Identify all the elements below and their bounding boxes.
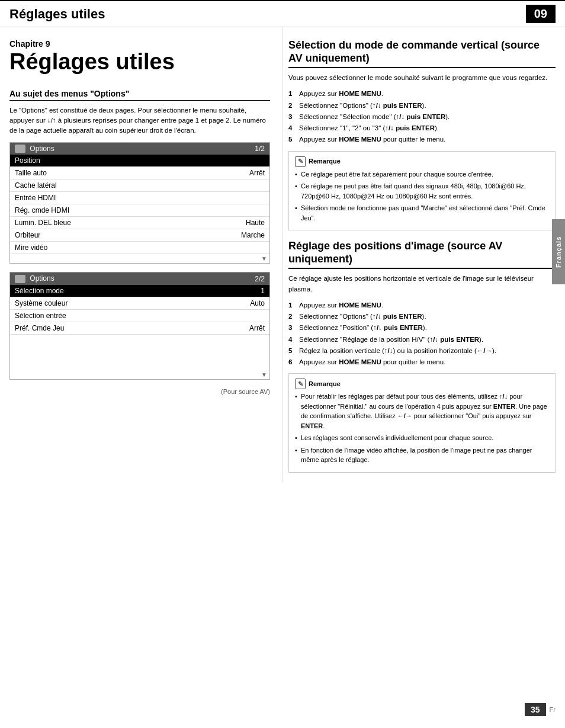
chapter-title: Réglages utiles	[9, 50, 270, 75]
step-1-4: 4Sélectionnez "1", "2" ou "3" (↑/↓ puis …	[288, 123, 556, 133]
header-title: Réglages utiles	[9, 7, 105, 22]
menu2-row-selection-mode: Sélection mode1	[10, 285, 269, 297]
step-2-6: 6Appuyez sur HOME MENU pour quitter le m…	[288, 357, 556, 367]
right-section1-heading: Sélection du mode de commande vertical (…	[288, 39, 556, 68]
sidebar-language-label: Français	[552, 219, 565, 284]
step-2-2: 2Sélectionnez "Options" (↑/↓ puis ENTER)…	[288, 312, 556, 322]
menu1-row-cache: Cache latéral	[10, 179, 269, 192]
remarque-1-item-2: Ce réglage ne peut pas être fait quand d…	[295, 181, 549, 201]
right-section2-heading: Réglage des positions d'image (source AV…	[288, 240, 556, 269]
remarque-icon-1: ✎	[295, 156, 306, 167]
remarque-2-item-3: En fonction de l'image vidéo affichée, l…	[295, 445, 549, 465]
left-column: Chapitre 9 Réglages utiles Au sujet des …	[9, 27, 282, 482]
remarque-2-item-1: Pour rétablir les réglages par défaut po…	[295, 392, 549, 431]
source-note: (Pour source AV)	[9, 388, 270, 395]
step-1-2: 2Sélectionnez "Options" (↑/↓ puis ENTER)…	[288, 101, 556, 111]
section-text-options: Le "Options" est constitué de deux pages…	[9, 105, 270, 136]
right-section2-intro: Ce réglage ajuste les positions horizont…	[288, 274, 556, 294]
options-menu-1-page: 1/2	[255, 145, 265, 153]
options-menu-2-header: Options 2/2	[10, 272, 269, 285]
menu1-row-mire: Mire vidéo	[10, 242, 269, 254]
remarque-title-2: ✎ Remarque	[295, 379, 549, 389]
footer: 35 Fr	[525, 703, 556, 716]
options-menu-2: Options 2/2 Sélection mode1 Système coul…	[9, 272, 270, 380]
section1-steps: 1Appuyez sur HOME MENU. 2Sélectionnez "O…	[288, 89, 556, 145]
menu2-row-selection-entree: Sélection entrée	[10, 310, 269, 322]
menu2-row-pref-cmde: Préf. Cmde JeuArrêt	[10, 322, 269, 335]
remarque-1-item-3: Sélection mode ne fonctionne pas quand "…	[295, 203, 549, 223]
options-icon-2	[15, 275, 25, 283]
options-menu-1-header-label: Options	[15, 145, 54, 153]
menu1-row-orbiteur: OrbiteurMarche	[10, 229, 269, 242]
remarque-box-2: ✎ Remarque Pour rétablir les réglages pa…	[288, 373, 556, 473]
menu1-row-reg-hdmi: Rég. cmde HDMI	[10, 204, 269, 217]
footer-lang: Fr	[550, 706, 556, 713]
options-menu-2-page: 2/2	[255, 275, 265, 283]
right-section1-intro: Vous pouvez sélectionner le mode souhait…	[288, 73, 556, 83]
remarque-1-item-1: Ce réglage peut être fait séparément pou…	[295, 169, 549, 179]
step-1-5: 5Appuyez sur HOME MENU pour quitter le m…	[288, 134, 556, 145]
right-column: Sélection du mode de commande vertical (…	[282, 27, 556, 482]
options-menu-2-header-label: Options	[15, 274, 54, 283]
step-2-3: 3Sélectionnez "Position" (↑/↓ puis ENTER…	[288, 323, 556, 333]
chapter-badge: 09	[526, 5, 556, 23]
footer-page-number: 35	[525, 703, 546, 716]
options-icon-1	[15, 145, 25, 153]
section2-steps: 1Appuyez sur HOME MENU. 2Sélectionnez "O…	[288, 300, 556, 368]
header-bar: Réglages utiles 09	[0, 0, 565, 27]
remarque-title-1: ✎ Remarque	[295, 156, 549, 167]
menu2-empty-space	[10, 335, 269, 370]
step-1-1: 1Appuyez sur HOME MENU.	[288, 89, 556, 99]
menu2-row-systeme-couleur: Système couleurAuto	[10, 297, 269, 310]
step-1-3: 3Sélectionnez "Sélection mode" (↑/↓ puis…	[288, 112, 556, 122]
options-menu-1-header: Options 1/2	[10, 143, 269, 155]
chapter-label: Chapitre 9	[9, 39, 270, 49]
step-2-4: 4Sélectionnez "Réglage de la position H/…	[288, 335, 556, 345]
menu1-row-entree-hdmi: Entrée HDMI	[10, 192, 269, 204]
content-wrapper: Chapitre 9 Réglages utiles Au sujet des …	[0, 27, 565, 482]
step-2-1: 1Appuyez sur HOME MENU.	[288, 300, 556, 310]
menu1-scroll-down: ▼	[10, 254, 269, 263]
options-menu-1: Options 1/2 Position Taille autoArrêt Ca…	[9, 142, 270, 264]
menu1-row-lumin: Lumin. DEL bleueHaute	[10, 217, 269, 229]
section-heading-options: Au sujet des menus "Options"	[9, 89, 270, 101]
menu2-scroll-down: ▼	[10, 370, 269, 379]
remarque-2-item-2: Les réglages sont conservés individuelle…	[295, 433, 549, 443]
menu1-row-taille: Taille autoArrêt	[10, 167, 269, 179]
menu1-row-position: Position	[10, 155, 269, 167]
remarque-box-1: ✎ Remarque Ce réglage peut être fait sép…	[288, 151, 556, 231]
step-2-5: 5Réglez la position verticale (↑/↓) ou l…	[288, 346, 556, 356]
remarque-icon-2: ✎	[295, 379, 306, 389]
